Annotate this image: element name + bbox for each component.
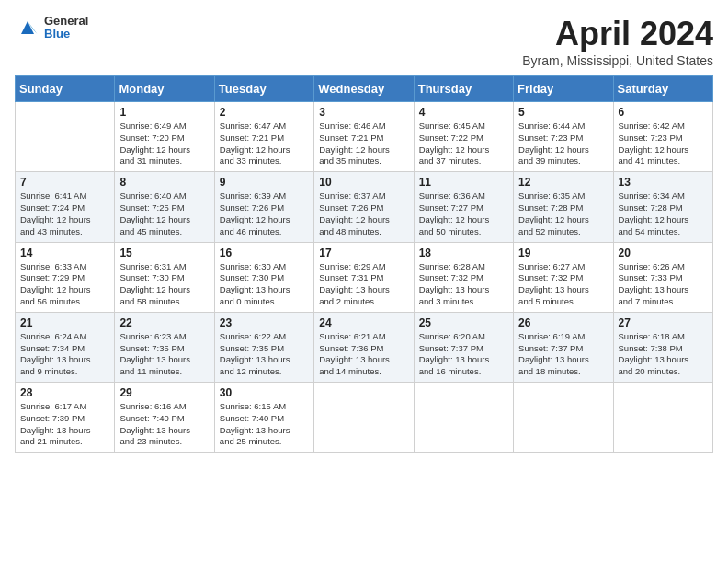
- day-number: 7: [20, 176, 109, 189]
- day-info: Sunrise: 6:20 AM Sunset: 7:37 PM Dayligh…: [419, 331, 508, 378]
- calendar-cell: 14Sunrise: 6:33 AM Sunset: 7:29 PM Dayli…: [16, 242, 115, 312]
- day-number: 29: [119, 386, 209, 399]
- calendar-cell: 2Sunrise: 6:47 AM Sunset: 7:21 PM Daylig…: [214, 102, 313, 172]
- day-info: Sunrise: 6:34 AM Sunset: 7:28 PM Dayligh…: [619, 190, 708, 237]
- calendar-cell: 6Sunrise: 6:42 AM Sunset: 7:23 PM Daylig…: [613, 102, 712, 172]
- day-info: Sunrise: 6:41 AM Sunset: 7:24 PM Dayligh…: [20, 190, 109, 237]
- calendar-table: SundayMondayTuesdayWednesdayThursdayFrid…: [15, 75, 713, 453]
- dow-thursday: Thursday: [414, 76, 513, 102]
- calendar-cell: [414, 383, 513, 453]
- day-info: Sunrise: 6:37 AM Sunset: 7:26 PM Dayligh…: [319, 190, 408, 237]
- calendar-cell: 21Sunrise: 6:24 AM Sunset: 7:34 PM Dayli…: [16, 312, 115, 382]
- day-number: 23: [220, 316, 309, 329]
- calendar-cell: 1Sunrise: 6:49 AM Sunset: 7:20 PM Daylig…: [115, 102, 214, 172]
- day-info: Sunrise: 6:33 AM Sunset: 7:29 PM Dayligh…: [20, 261, 109, 308]
- day-number: 15: [119, 247, 209, 259]
- location: Byram, Mississippi, United States: [522, 53, 713, 68]
- week-row-2: 14Sunrise: 6:33 AM Sunset: 7:29 PM Dayli…: [16, 242, 713, 312]
- day-info: Sunrise: 6:24 AM Sunset: 7:34 PM Dayligh…: [20, 331, 109, 378]
- day-info: Sunrise: 6:23 AM Sunset: 7:35 PM Dayligh…: [119, 331, 209, 378]
- day-info: Sunrise: 6:30 AM Sunset: 7:30 PM Dayligh…: [220, 261, 309, 308]
- day-number: 26: [518, 316, 608, 329]
- calendar-cell: 20Sunrise: 6:26 AM Sunset: 7:33 PM Dayli…: [613, 242, 712, 312]
- day-info: Sunrise: 6:39 AM Sunset: 7:26 PM Dayligh…: [220, 190, 309, 237]
- dow-friday: Friday: [514, 76, 613, 102]
- calendar-cell: 13Sunrise: 6:34 AM Sunset: 7:28 PM Dayli…: [613, 172, 712, 242]
- calendar-cell: 11Sunrise: 6:36 AM Sunset: 7:27 PM Dayli…: [414, 172, 513, 242]
- day-number: 20: [619, 247, 708, 259]
- day-info: Sunrise: 6:40 AM Sunset: 7:25 PM Dayligh…: [119, 190, 209, 237]
- calendar-cell: [314, 383, 414, 453]
- calendar-cell: 7Sunrise: 6:41 AM Sunset: 7:24 PM Daylig…: [16, 172, 115, 242]
- day-number: 13: [619, 176, 708, 189]
- dow-tuesday: Tuesday: [214, 76, 313, 102]
- day-number: 5: [518, 106, 608, 119]
- calendar-cell: 3Sunrise: 6:46 AM Sunset: 7:21 PM Daylig…: [314, 102, 414, 172]
- calendar-cell: 15Sunrise: 6:31 AM Sunset: 7:30 PM Dayli…: [115, 242, 214, 312]
- calendar-cell: [16, 102, 115, 172]
- day-number: 6: [619, 106, 708, 119]
- calendar-cell: 28Sunrise: 6:17 AM Sunset: 7:39 PM Dayli…: [16, 383, 115, 453]
- month-title: April 2024: [522, 15, 713, 53]
- day-number: 4: [419, 106, 508, 119]
- day-number: 27: [619, 316, 708, 329]
- calendar-body: 1Sunrise: 6:49 AM Sunset: 7:20 PM Daylig…: [16, 102, 713, 453]
- day-number: 22: [119, 316, 209, 329]
- day-info: Sunrise: 6:44 AM Sunset: 7:23 PM Dayligh…: [518, 121, 608, 167]
- calendar-cell: 30Sunrise: 6:15 AM Sunset: 7:40 PM Dayli…: [214, 383, 313, 453]
- day-number: 3: [319, 106, 408, 119]
- day-info: Sunrise: 6:26 AM Sunset: 7:33 PM Dayligh…: [619, 261, 708, 308]
- day-info: Sunrise: 6:27 AM Sunset: 7:32 PM Dayligh…: [518, 261, 608, 308]
- day-info: Sunrise: 6:18 AM Sunset: 7:38 PM Dayligh…: [619, 331, 708, 378]
- day-number: 24: [319, 316, 408, 329]
- calendar-cell: 9Sunrise: 6:39 AM Sunset: 7:26 PM Daylig…: [214, 172, 313, 242]
- day-number: 1: [119, 106, 209, 119]
- calendar-cell: 29Sunrise: 6:16 AM Sunset: 7:40 PM Dayli…: [115, 383, 214, 453]
- day-number: 10: [319, 176, 408, 189]
- logo-text: General Blue: [44, 15, 88, 41]
- day-number: 12: [518, 176, 608, 189]
- day-info: Sunrise: 6:21 AM Sunset: 7:36 PM Dayligh…: [319, 331, 408, 378]
- day-number: 8: [119, 176, 209, 189]
- calendar-cell: [613, 383, 712, 453]
- week-row-0: 1Sunrise: 6:49 AM Sunset: 7:20 PM Daylig…: [16, 102, 713, 172]
- day-number: 25: [419, 316, 508, 329]
- day-number: 16: [220, 247, 309, 259]
- title-block: April 2024 Byram, Mississippi, United St…: [522, 15, 713, 68]
- day-number: 9: [220, 176, 309, 189]
- day-number: 14: [20, 247, 109, 259]
- day-number: 19: [518, 247, 608, 259]
- calendar-cell: 4Sunrise: 6:45 AM Sunset: 7:22 PM Daylig…: [414, 102, 513, 172]
- calendar-cell: 26Sunrise: 6:19 AM Sunset: 7:37 PM Dayli…: [514, 312, 613, 382]
- day-info: Sunrise: 6:19 AM Sunset: 7:37 PM Dayligh…: [518, 331, 608, 378]
- day-info: Sunrise: 6:28 AM Sunset: 7:32 PM Dayligh…: [419, 261, 508, 308]
- day-number: 21: [20, 316, 109, 329]
- dow-sunday: Sunday: [16, 76, 115, 102]
- calendar-cell: 27Sunrise: 6:18 AM Sunset: 7:38 PM Dayli…: [613, 312, 712, 382]
- day-info: Sunrise: 6:42 AM Sunset: 7:23 PM Dayligh…: [619, 121, 708, 167]
- calendar-cell: 19Sunrise: 6:27 AM Sunset: 7:32 PM Dayli…: [514, 242, 613, 312]
- day-info: Sunrise: 6:35 AM Sunset: 7:28 PM Dayligh…: [518, 190, 608, 237]
- calendar-cell: 24Sunrise: 6:21 AM Sunset: 7:36 PM Dayli…: [314, 312, 414, 382]
- day-number: 11: [419, 176, 508, 189]
- day-info: Sunrise: 6:22 AM Sunset: 7:35 PM Dayligh…: [220, 331, 309, 378]
- day-of-week-row: SundayMondayTuesdayWednesdayThursdayFrid…: [16, 76, 713, 102]
- day-info: Sunrise: 6:16 AM Sunset: 7:40 PM Dayligh…: [119, 401, 209, 448]
- day-number: 2: [220, 106, 309, 119]
- dow-saturday: Saturday: [613, 76, 712, 102]
- day-info: Sunrise: 6:46 AM Sunset: 7:21 PM Dayligh…: [319, 121, 408, 167]
- calendar-cell: [514, 383, 613, 453]
- day-info: Sunrise: 6:15 AM Sunset: 7:40 PM Dayligh…: [220, 401, 309, 448]
- calendar-cell: 5Sunrise: 6:44 AM Sunset: 7:23 PM Daylig…: [514, 102, 613, 172]
- calendar-cell: 25Sunrise: 6:20 AM Sunset: 7:37 PM Dayli…: [414, 312, 513, 382]
- calendar-cell: 22Sunrise: 6:23 AM Sunset: 7:35 PM Dayli…: [115, 312, 214, 382]
- dow-monday: Monday: [115, 76, 214, 102]
- calendar-cell: 17Sunrise: 6:29 AM Sunset: 7:31 PM Dayli…: [314, 242, 414, 312]
- calendar-cell: 18Sunrise: 6:28 AM Sunset: 7:32 PM Dayli…: [414, 242, 513, 312]
- page-header: General Blue April 2024 Byram, Mississip…: [15, 15, 713, 68]
- logo-blue: Blue: [44, 28, 88, 40]
- day-info: Sunrise: 6:29 AM Sunset: 7:31 PM Dayligh…: [319, 261, 408, 308]
- week-row-3: 21Sunrise: 6:24 AM Sunset: 7:34 PM Dayli…: [16, 312, 713, 382]
- week-row-4: 28Sunrise: 6:17 AM Sunset: 7:39 PM Dayli…: [16, 383, 713, 453]
- logo-icon: [15, 15, 40, 40]
